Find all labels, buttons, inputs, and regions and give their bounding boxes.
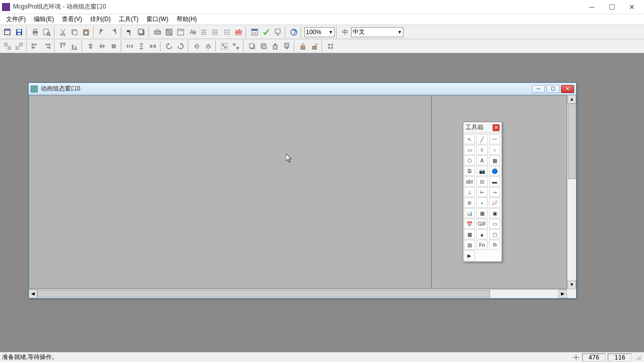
align-left-button[interactable] — [30, 41, 41, 52]
tool-chart[interactable]: 📊 — [464, 208, 475, 218]
copy-button[interactable] — [69, 27, 80, 38]
align-1-button[interactable] — [2, 41, 13, 52]
vscroll-thumb[interactable] — [568, 104, 576, 179]
tool-pointer[interactable]: ↖ — [464, 134, 475, 144]
tool-frame[interactable]: ▭ — [489, 219, 500, 229]
redo-button[interactable] — [108, 27, 119, 38]
tool-camera[interactable]: 📷 — [476, 166, 488, 176]
tool-scale-v[interactable]: ⊥ — [464, 187, 475, 197]
paste-button[interactable] — [80, 27, 92, 38]
ungroup-button[interactable] — [230, 41, 242, 52]
child-maximize-button[interactable]: ☐ — [546, 85, 559, 93]
tool-function[interactable]: Fn — [476, 240, 488, 250]
rotate-right-button[interactable] — [175, 41, 186, 52]
tool-pipe[interactable]: ∘ — [476, 198, 488, 208]
toolbox-titlebar[interactable]: 工具箱 ✕ — [463, 122, 502, 133]
print-preview-button[interactable] — [41, 27, 52, 38]
child-close-button[interactable]: ✕ — [561, 85, 574, 93]
help-button[interactable]: ? — [288, 27, 299, 38]
hscroll-thumb[interactable] — [37, 290, 490, 298]
toolbox-close-button[interactable]: ✕ — [493, 124, 500, 131]
down-button[interactable] — [272, 27, 283, 38]
unlock-button[interactable] — [309, 41, 320, 52]
layer-back-button[interactable] — [258, 41, 269, 52]
vertical-scrollbar[interactable]: ▲ ▼ — [567, 95, 576, 289]
print-button[interactable] — [30, 27, 41, 38]
menu-help[interactable]: 帮助(H) — [173, 14, 201, 25]
align-bottom-button[interactable] — [69, 41, 80, 52]
rect-tool-button[interactable] — [136, 27, 147, 38]
distribute-v-button[interactable] — [136, 41, 147, 52]
zoom-combo[interactable]: 100%▼ — [304, 27, 335, 37]
tool-bitmap[interactable]: ▩ — [489, 155, 500, 165]
tool-alarm[interactable]: ▲ — [476, 229, 488, 239]
tool-line[interactable]: ╱ — [476, 134, 488, 144]
tool-bar[interactable]: ▬ — [489, 176, 500, 187]
drawing-surface[interactable] — [29, 96, 432, 289]
tool-a-button[interactable] — [152, 27, 163, 38]
font-button[interactable]: Aa — [187, 27, 198, 38]
scroll-up-button[interactable]: ▲ — [568, 95, 576, 104]
hammer-tool-button[interactable] — [124, 27, 135, 38]
lang-toggle-button[interactable]: 中 — [340, 27, 351, 38]
tool-qr[interactable]: ▩ — [464, 229, 475, 239]
grid-small-button[interactable] — [325, 41, 336, 52]
tool-curve[interactable]: 〰 — [489, 134, 500, 144]
abc-button[interactable]: ab — [233, 27, 244, 38]
menu-edit[interactable]: 编辑(E) — [30, 14, 58, 25]
flip-h-button[interactable] — [191, 41, 202, 52]
center-both-button[interactable] — [108, 41, 119, 52]
props-button[interactable] — [249, 27, 260, 38]
tool-image[interactable]: 🖻 — [464, 166, 475, 176]
tool-b-button[interactable] — [164, 27, 175, 38]
tool-scale-h[interactable]: ⊢ — [476, 187, 488, 197]
resize-grip[interactable] — [567, 289, 576, 298]
close-button[interactable]: ✕ — [622, 1, 642, 14]
rotate-left-button[interactable] — [164, 41, 175, 52]
align-2-button[interactable] — [14, 41, 25, 52]
tool-text[interactable]: A — [476, 155, 488, 165]
tool-copy[interactable]: ⧉ — [489, 240, 500, 250]
tool-gif[interactable]: GIF — [476, 219, 488, 229]
lock-button[interactable] — [297, 41, 308, 52]
maximize-button[interactable]: ☐ — [602, 1, 622, 14]
align-top-button[interactable] — [57, 41, 68, 52]
tool-screen[interactable]: ▢ — [489, 229, 500, 239]
tool-ellipse[interactable]: ○ — [489, 145, 500, 155]
distribute-h-button[interactable] — [124, 41, 135, 52]
tool-input[interactable]: ⊟ — [476, 176, 488, 187]
layer-up-button[interactable] — [270, 41, 281, 52]
check-button[interactable] — [261, 27, 272, 38]
layer-down-button[interactable] — [281, 41, 292, 52]
menu-window[interactable]: 窗口(W) — [142, 14, 172, 25]
undo-button[interactable] — [97, 27, 108, 38]
tool-trend[interactable]: 📈 — [489, 198, 500, 208]
menu-file[interactable]: 文件(F) — [2, 14, 30, 25]
list1-button[interactable] — [198, 27, 209, 38]
tool-table[interactable]: ▦ — [476, 208, 488, 218]
scroll-right-button[interactable]: ▶ — [558, 290, 567, 298]
tool-c-button[interactable] — [175, 27, 186, 38]
tool-rectangle[interactable]: ▭ — [464, 145, 475, 155]
cut-button[interactable] — [57, 27, 68, 38]
child-titlebar[interactable]: 动画组态窗口0 ─ ☐ ✕ — [29, 83, 576, 95]
tool-gauge[interactable]: ⊘ — [464, 198, 475, 208]
menu-view[interactable]: 查看(V) — [58, 14, 86, 25]
tool-polygon[interactable]: ⬠ — [464, 155, 475, 165]
tool-round-rect[interactable]: ◊ — [476, 145, 488, 155]
toolbox-palette[interactable]: 工具箱 ✕ ↖ ╱ 〰 ▭ ◊ ○ ⬠ A ▩ 🖻 📷 🔵 abl ⊟ ▬ ⊥ … — [463, 122, 502, 262]
tool-list[interactable]: ▤ — [464, 240, 475, 250]
layer-front-button[interactable] — [247, 41, 258, 52]
align-right-button[interactable] — [41, 41, 52, 52]
center-v-button[interactable] — [97, 41, 108, 52]
menu-arrange[interactable]: 排列(D) — [86, 14, 115, 25]
scroll-left-button[interactable]: ◀ — [29, 290, 37, 298]
tool-play[interactable]: ▶ — [464, 250, 475, 260]
group-button[interactable] — [219, 41, 230, 52]
tool-calendar[interactable]: 📅 — [464, 219, 475, 229]
center-h-button[interactable] — [85, 41, 96, 52]
same-size-button[interactable] — [147, 41, 158, 52]
tool-lamp[interactable]: 🔵 — [489, 166, 500, 176]
tool-label[interactable]: abl — [464, 176, 475, 187]
language-combo[interactable]: 中文▼ — [351, 27, 404, 37]
